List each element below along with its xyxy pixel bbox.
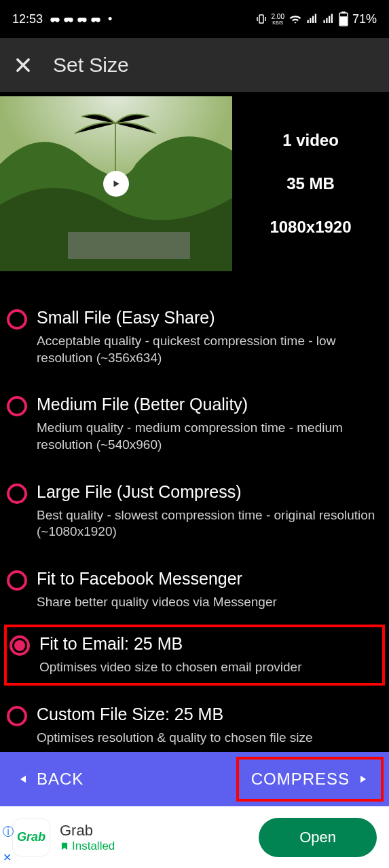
option-subtitle: Best quality - slowest compression time … [37,507,382,540]
option-large-file[interactable]: Large File (Just Compress) Best quality … [7,473,382,559]
app-header: Set Size [0,38,389,92]
radio-icon[interactable] [7,570,27,591]
ad-info-icon[interactable]: i [3,826,14,837]
option-medium-file[interactable]: Medium File (Better Quality) Medium qual… [7,385,382,472]
svg-rect-3 [312,16,314,24]
ad-logo: Grab [12,818,50,856]
ad-open-button[interactable]: Open [259,818,377,857]
option-subtitle: Acceptable quality - quickest compressio… [37,333,382,366]
option-title: Medium File (Better Quality) [37,395,382,414]
svg-rect-13 [68,232,190,259]
option-fit-messenger[interactable]: Fit to Facebook Messenger Share better q… [7,559,382,630]
ad-close-icon[interactable]: ✕ [3,851,12,864]
back-button[interactable]: BACK [5,757,96,802]
action-bar: BACK COMPRESS [0,752,389,806]
video-count: 1 video [282,131,339,150]
svg-rect-10 [342,12,345,13]
radio-icon[interactable] [7,484,27,504]
option-title: Large File (Just Compress) [37,482,382,502]
triangle-left-icon [18,773,29,785]
play-icon[interactable] [103,171,129,197]
compress-button[interactable]: COMPRESS [236,757,384,802]
net-speed: 2.00KB/S [272,14,284,25]
radio-icon[interactable] [7,309,27,330]
ad-status: Installed [60,840,249,853]
battery-icon [339,12,348,26]
battery-percent: 71% [352,12,377,26]
svg-rect-6 [326,18,327,24]
video-resolution: 1080x1920 [270,218,351,237]
svg-rect-0 [259,15,263,23]
ad-app-name: Grab [60,822,249,840]
back-label: BACK [37,770,84,789]
vibrate-icon [255,13,267,25]
svg-rect-8 [331,14,333,24]
option-title: Fit to Facebook Messenger [37,569,382,589]
radio-icon-selected[interactable] [10,635,30,656]
option-fit-email[interactable]: Fit to Email: 25 MB Optimises video size… [10,631,379,679]
bookmark-check-icon [60,842,69,851]
option-small-file[interactable]: Small File (Easy Share) Acceptable quali… [7,298,382,385]
status-time: 12:53 [12,12,43,26]
option-title: Custom File Size: 25 MB [37,705,382,724]
ad-text: Grab Installed [60,822,249,853]
option-subtitle: Medium quality - medium compression time… [37,420,382,453]
triangle-right-icon [358,773,369,785]
video-info: 1 video 35 MB 1080x1920 [232,96,389,271]
signal-icon-2 [322,13,335,25]
status-bar: 12:53 • 2.00KB/S 71% [0,0,389,38]
option-title: Fit to Email: 25 MB [39,634,379,654]
radio-icon[interactable] [7,396,27,416]
video-thumbnail[interactable] [0,96,232,271]
option-subtitle: Share better quality videos via Messenge… [37,594,382,611]
compress-label: COMPRESS [251,770,350,789]
highlighted-selection: Fit to Email: 25 MB Optimises video size… [4,625,385,686]
ad-banner[interactable]: i ✕ Grab Grab Installed Open [0,806,389,868]
option-title: Small File (Easy Share) [37,308,382,328]
svg-rect-11 [340,17,346,25]
signal-icon [306,13,318,25]
wifi-icon [289,12,302,26]
svg-rect-1 [307,20,308,24]
svg-rect-4 [315,14,316,24]
svg-rect-5 [323,20,325,24]
status-app-icons: • [50,12,112,26]
page-title: Set Size [53,54,129,77]
radio-icon[interactable] [7,706,27,726]
option-subtitle: Optimises video size to chosen email pro… [39,659,379,676]
size-options-list: Small File (Easy Share) Acceptable quali… [0,271,389,746]
svg-rect-7 [329,16,330,24]
close-icon[interactable] [14,56,33,75]
svg-rect-2 [310,18,311,24]
option-custom-size[interactable]: Custom File Size: 25 MB Optimises resolu… [7,695,382,747]
video-preview-row: 1 video 35 MB 1080x1920 [0,92,389,271]
video-size: 35 MB [286,174,335,193]
option-subtitle: Optimises resolution & quality to chosen… [37,730,382,747]
